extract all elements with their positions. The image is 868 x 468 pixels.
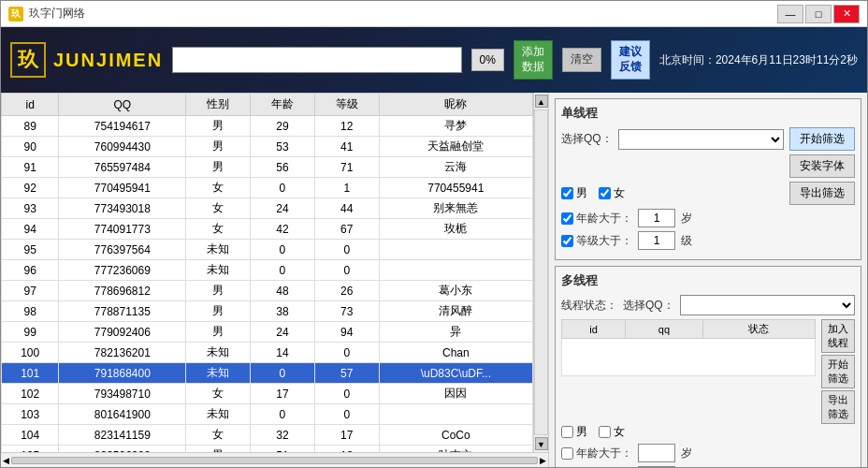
logo-name: JUNJIMEN [53,50,163,71]
single-font-row: 安装字体 [561,154,855,178]
multi-thread-title: 多线程 [561,272,855,289]
multi-layout: id qq 状态 加入 线程 开始 筛选 [561,319,855,424]
single-male-checkbox[interactable] [561,187,573,199]
single-thread-title: 单线程 [561,105,855,122]
window-controls: — □ ✕ [777,5,860,23]
multi-qq-select[interactable] [680,295,855,315]
single-level-input[interactable] [638,231,675,250]
mt-col-qq: qq [626,320,702,339]
table-row[interactable]: 105823596380男5113叶吉文 [2,446,533,453]
table-row[interactable]: 99779092406男2494异 [2,322,533,343]
col-level: 等级 [314,94,379,116]
vertical-scrollbar[interactable]: ▲ ▼ [533,93,548,452]
main-window: 玖 玖字门网络 — □ ✕ 玖 JUNJIMEN 0% 添加 数据 清空 建议 … [0,0,868,468]
multi-status-row: 线程状态： 选择QQ： [561,295,855,315]
multi-age-checkbox[interactable] [561,447,573,460]
table-row[interactable]: 98778871135男3873清风醉 [2,301,533,322]
single-level-checkbox[interactable] [561,235,573,247]
multi-level-input[interactable] [638,466,675,467]
multi-start-button[interactable]: 开始 筛选 [821,355,855,388]
table-row[interactable]: 95776397564未知00 [2,240,533,260]
main-search-input[interactable] [172,47,461,73]
single-age-checkbox[interactable] [561,212,573,225]
data-table[interactable]: id QQ 性别 年龄 等级 昵称 89754194617男2912寻梦9076… [1,93,533,452]
logo-area: 玖 JUNJIMEN [10,42,163,78]
single-export-button[interactable]: 导出筛选 [789,182,855,205]
single-female-check[interactable]: 女 [599,185,625,201]
multi-age-input[interactable] [638,444,675,462]
single-qq-label: 选择QQ： [561,131,613,147]
multi-table-wrap: id qq 状态 [561,319,816,376]
single-age-row: 年龄大于： 岁 [561,209,855,227]
multi-male-check[interactable]: 男 [561,424,587,440]
mt-col-id: id [562,320,626,339]
table-row[interactable]: 89754194617男2912寻梦 [2,116,533,137]
horizontal-scrollbar[interactable]: ◀ ▶ [1,452,548,467]
multi-export-button[interactable]: 导出 筛选 [821,390,855,424]
table-row[interactable]: 93773493018女2444别来無恙 [2,198,533,219]
maximize-button[interactable]: □ [805,5,832,23]
suggest-button[interactable]: 建议 反馈 [611,40,650,79]
multi-female-check[interactable]: 女 [599,424,625,440]
minimize-button[interactable]: — [777,5,803,23]
single-qq-select[interactable] [618,129,784,150]
table-row[interactable]: 92770495941女01770455941 [2,178,533,198]
multi-male-checkbox[interactable] [561,426,573,438]
table-area: id QQ 性别 年龄 等级 昵称 89754194617男2912寻梦9076… [1,93,549,467]
single-age-input[interactable] [638,209,675,227]
window-title: 玖字门网络 [29,6,85,22]
col-age: 年龄 [251,94,315,116]
table-row[interactable]: 104823141159女3217CoCo [2,425,533,446]
clear-button[interactable]: 清空 [562,48,601,72]
col-nick: 昵称 [379,94,532,116]
right-panel: 单线程 选择QQ： 开始筛选 安装字体 男 [549,93,867,467]
header: 玖 JUNJIMEN 0% 添加 数据 清空 建议 反馈 北京时间：2024年6… [1,27,867,93]
multi-age-row: 年龄大于： 岁 [561,444,855,462]
mt-col-status: 状态 [702,320,815,339]
multi-add-thread-button[interactable]: 加入 线程 [821,319,855,353]
logo-char: 玖 [10,42,46,78]
progress-badge: 0% [471,49,504,71]
multi-female-checkbox[interactable] [599,426,611,438]
multi-thread-table: id qq 状态 [561,319,816,376]
single-qq-row: 选择QQ： 开始筛选 [561,127,855,151]
font-install-button[interactable]: 安装字体 [789,154,855,178]
single-level-row: 等级大于： 级 [561,231,855,250]
multi-gender-row: 男 女 [561,424,855,440]
main-area: id QQ 性别 年龄 等级 昵称 89754194617男2912寻梦9076… [1,93,867,467]
multi-level-row: 等级大于： 级 [561,466,855,467]
table-row[interactable]: 102793498710女170因因 [2,384,533,404]
col-id: id [2,94,59,116]
table-row[interactable]: 103801641900未知00 [2,404,533,425]
title-bar-left: 玖 玖字门网络 [8,6,85,22]
multi-select-qq-label: 选择QQ： [623,298,674,314]
table-row[interactable]: 94774091773女4267玫栀 [2,219,533,240]
multi-thread-section: 多线程 线程状态： 选择QQ： id qq [555,266,861,467]
single-male-check[interactable]: 男 [561,185,587,201]
single-start-button[interactable]: 开始筛选 [789,127,855,151]
table-row[interactable]: 91765597484男5671云海 [2,157,533,178]
time-display: 北京时间：2024年6月11日23时11分2秒 [659,52,858,68]
table-row[interactable]: 101791868400未知057\uD83C\uDF... [2,363,533,384]
single-gender-row: 男 女 导出筛选 [561,182,855,205]
multi-status-label: 线程状态： [561,298,617,314]
col-gender: 性别 [186,94,251,116]
app-icon: 玖 [8,7,23,22]
col-qq: QQ [59,94,186,116]
add-data-button[interactable]: 添加 数据 [514,40,553,79]
table-row[interactable]: 96777236069未知00 [2,260,533,281]
table-row[interactable]: 100782136201未知140Chan [2,343,533,363]
single-female-checkbox[interactable] [599,187,611,199]
close-button[interactable]: ✕ [833,5,860,23]
multi-btn-group: 加入 线程 开始 筛选 导出 筛选 [821,319,855,424]
title-bar: 玖 玖字门网络 — □ ✕ [1,1,867,27]
table-row[interactable]: 97778696812男4826葛小东 [2,281,533,301]
table-row[interactable]: 90760994430男5341天益融创堂 [2,137,533,157]
single-thread-section: 单线程 选择QQ： 开始筛选 安装字体 男 [555,98,861,260]
